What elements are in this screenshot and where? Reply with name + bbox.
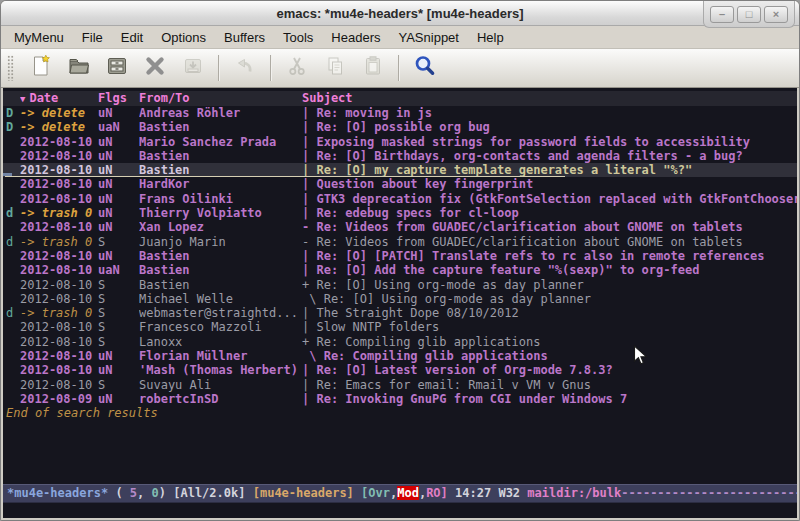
menu-edit[interactable]: Edit — [112, 28, 152, 47]
date-cell: 2012-08-10 — [20, 278, 98, 292]
toolbar-separator — [398, 55, 400, 81]
menu-buffers[interactable]: Buffers — [215, 28, 274, 47]
mark-cell — [3, 135, 20, 149]
mark-cell — [3, 249, 20, 263]
search-button[interactable] — [410, 53, 440, 83]
undo-icon — [233, 54, 257, 82]
message-row[interactable]: 2012-08-10uNFlorian Müllner \ Re: Compil… — [3, 349, 797, 363]
from-cell: HardKor — [139, 177, 299, 191]
menu-yasnippet[interactable]: YASnippet — [389, 28, 467, 47]
flags-column-header[interactable]: Flgs — [98, 91, 139, 106]
from-cell: Suvayu Ali — [139, 378, 299, 392]
save-as-button[interactable] — [178, 53, 208, 83]
from-cell: Xan Lopez — [139, 220, 299, 234]
date-cell: 2012-08-10 — [20, 335, 98, 349]
mouse-cursor — [633, 345, 648, 370]
message-row[interactable]: d-> trash 0SJuanjo Marin- Re: Videos fro… — [3, 235, 797, 249]
flags-cell: S — [98, 278, 139, 292]
column-header-row[interactable]: ▼Date Flgs From/To Subject — [3, 91, 797, 106]
flags-cell: uN — [98, 177, 139, 191]
subject-cell: + Re: Compiling glib applications — [299, 335, 797, 349]
date-cell: -> trash 0 — [20, 206, 98, 220]
date-cell: 2012-08-10 — [20, 363, 98, 377]
close-button[interactable]: × — [764, 6, 788, 23]
message-row[interactable]: 2012-08-10uNHardKor| Question about key … — [3, 177, 797, 191]
mark-cell — [3, 177, 20, 191]
message-row[interactable]: 2012-08-10uNMario Sanchez Prada| Exposin… — [3, 135, 797, 149]
message-row[interactable]: D-> deleteuaNBastien| Re: [O] possible o… — [3, 120, 797, 134]
mark-cell — [3, 163, 20, 177]
menu-headers[interactable]: Headers — [322, 28, 389, 47]
flags-cell: uN — [98, 363, 139, 377]
menu-options[interactable]: Options — [152, 28, 215, 47]
toolbar-separator — [270, 55, 272, 81]
maximize-button[interactable]: □ — [737, 6, 761, 23]
date-column-header[interactable]: ▼Date — [20, 91, 98, 106]
message-row[interactable]: 2012-08-10SBastien+ Re: [O] Using org-mo… — [3, 278, 797, 292]
menu-tools[interactable]: Tools — [274, 28, 322, 47]
titlebar[interactable]: emacs: *mu4e-headers* [mu4e-headers] –□× — [1, 1, 799, 26]
message-row[interactable]: 2012-08-10uNBastien| Re: [O] Birthdays, … — [3, 149, 797, 163]
message-row[interactable]: 2012-08-10SFrancesco Mazzoli| Slow NNTP … — [3, 320, 797, 334]
message-row[interactable]: 2012-08-10uNFrans Oilinki| GTK3 deprecat… — [3, 192, 797, 206]
message-row[interactable]: 2012-08-10uNBastien| Re: [O] my capture … — [3, 163, 797, 177]
toolbar-grip-handle[interactable] — [7, 55, 14, 81]
date-cell: 2012-08-10 — [20, 263, 98, 277]
subject-cell: \ Re: Compiling glib applications — [299, 349, 797, 363]
message-row[interactable]: D-> deleteuNAndreas Röhler| Re: moving i… — [3, 106, 797, 120]
modeline-segment: RO] — [426, 486, 448, 500]
subject-cell: | Re: [O] Latest version of Org-mode 7.8… — [299, 363, 797, 377]
subject-column-header[interactable]: Subject — [299, 91, 797, 106]
menu-file[interactable]: File — [73, 28, 112, 47]
flags-cell: uN — [98, 392, 139, 406]
headers-view: ▼Date Flgs From/To Subject D-> deleteuNA… — [1, 88, 799, 520]
message-row[interactable]: 2012-08-10uN'Mash (Thomas Herbert)| Re: … — [3, 363, 797, 377]
mark-cell: D — [3, 106, 20, 120]
message-row[interactable]: 2012-08-09uNrobertcInSD| Re: Invoking Gn… — [3, 392, 797, 406]
date-cell: 2012-08-10 — [20, 292, 98, 306]
message-row[interactable]: 2012-08-10uaNBastien| Re: [O] Add the ca… — [3, 263, 797, 277]
mark-column-header — [3, 91, 20, 106]
message-row[interactable]: d-> trash 0uNThierry Volpiatto| Re: edeb… — [3, 206, 797, 220]
message-row[interactable]: 2012-08-10SLanoxx+ Re: Compiling glib ap… — [3, 335, 797, 349]
end-of-search-results: End of search results — [3, 406, 797, 420]
message-row[interactable]: 2012-08-10uNBastien| Re: [O] [PATCH] Tra… — [3, 249, 797, 263]
copy-button[interactable] — [320, 53, 350, 83]
modeline-segment: , — [137, 486, 151, 500]
menu-mymenu[interactable]: MyMenu — [5, 28, 73, 47]
date-cell: -> delete — [20, 120, 98, 134]
message-row[interactable]: 2012-08-10SMichael Welle \ Re: [O] Using… — [3, 292, 797, 306]
open-file-button[interactable] — [64, 53, 94, 83]
menu-help[interactable]: Help — [468, 28, 513, 47]
flags-cell: uN — [98, 206, 139, 220]
message-row[interactable]: 2012-08-10uNXan Lopez- Re: Videos from G… — [3, 220, 797, 234]
modeline-segment: [mu4e-headers] — [253, 486, 361, 500]
minimize-button[interactable]: – — [710, 6, 734, 23]
from-cell: Bastien — [139, 263, 299, 277]
subject-cell: | Re: [O] [PATCH] Translate refs to rc a… — [299, 249, 797, 263]
kill-buffer-button[interactable] — [140, 53, 170, 83]
from-cell: Mario Sanchez Prada — [139, 135, 299, 149]
mark-cell — [3, 335, 20, 349]
cut-button[interactable] — [282, 53, 312, 83]
modeline-segment: maildir:/bulk — [527, 486, 621, 500]
new-file-button[interactable] — [26, 53, 56, 83]
message-row[interactable]: d-> trash 0Swebmaster@straightd...| The … — [3, 306, 797, 320]
subject-cell: | Re: [O] my capture template generates … — [299, 163, 797, 177]
save-buffer-button[interactable] — [102, 53, 132, 83]
flags-cell: S — [98, 292, 139, 306]
modeline-segment: 14:27 W32 — [448, 486, 527, 500]
toolbar-separator — [218, 55, 220, 81]
window-controls: –□× — [703, 1, 795, 28]
undo-button[interactable] — [230, 53, 260, 83]
date-cell: -> delete — [20, 106, 98, 120]
message-row[interactable]: 2012-08-10SSuvayu Ali| Re: Emacs for ema… — [3, 378, 797, 392]
date-cell: 2012-08-10 — [20, 249, 98, 263]
paste-button[interactable] — [358, 53, 388, 83]
flags-cell: uN — [98, 192, 139, 206]
mark-cell — [3, 349, 20, 363]
from-column-header[interactable]: From/To — [139, 91, 299, 106]
window-title: emacs: *mu4e-headers* [mu4e-headers] — [276, 6, 523, 21]
from-cell: Bastien — [139, 249, 299, 263]
date-cell: 2012-08-10 — [20, 320, 98, 334]
